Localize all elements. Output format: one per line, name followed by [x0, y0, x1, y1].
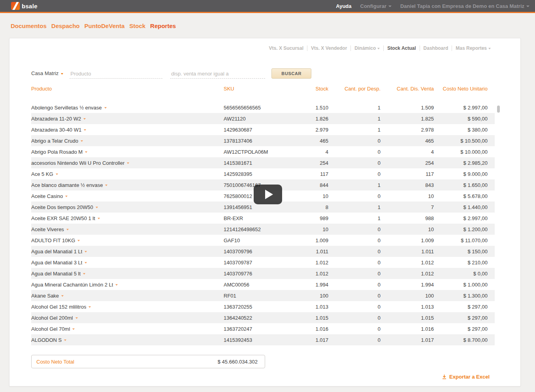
costo-neto-unitario-cell: $ 150,00 [434, 249, 488, 254]
product-cell: Akane Sake [31, 293, 224, 299]
cant-por-desp-cell: 1 [328, 116, 381, 122]
cant-por-desp-cell: 0 [328, 138, 381, 144]
costo-neto-unitario-cell: $ 11.070,00 [434, 237, 488, 243]
configure-menu[interactable]: Configurar [360, 3, 392, 9]
subnav-label: Vts. X Vendedor [311, 45, 347, 51]
product-name: Aceite Casino [31, 193, 63, 199]
cant-por-desp-cell: 0 [328, 315, 381, 321]
product-dropdown-caret-icon[interactable] [104, 107, 107, 109]
stock-cell: 1.510 [291, 105, 328, 111]
filter-bar: Casa Matriz BUSCAR [9, 51, 520, 79]
stock-cell: 10 [291, 226, 328, 232]
product-dropdown-caret-icon[interactable] [85, 251, 87, 253]
product-dropdown-caret-icon[interactable] [96, 207, 98, 208]
product-dropdown-caret-icon[interactable] [61, 295, 64, 297]
sku-cell: 1425928395 [224, 171, 291, 177]
product-dropdown-caret-icon[interactable] [115, 284, 118, 286]
product-cell: Aceite Dos tiempos 20W50 [31, 204, 224, 210]
product-dropdown-caret-icon[interactable] [85, 151, 87, 153]
product-dropdown-caret-icon[interactable] [66, 229, 69, 230]
sku-cell: 1403709776 [224, 271, 291, 277]
sku-cell: 1415381671 [224, 160, 291, 166]
costo-neto-unitario-cell: $ 2.997,00 [434, 215, 488, 221]
product-dropdown-caret-icon[interactable] [65, 196, 68, 197]
cant-dis-venta-cell: 1.509 [381, 105, 434, 111]
subnav-vts-x-vendedor[interactable]: Vts. X Vendedor [307, 45, 350, 51]
product-name: accesorios Nintendo Wii U Pro Controller [31, 160, 124, 166]
chevron-down-icon [488, 48, 491, 49]
product-dropdown-caret-icon[interactable] [56, 173, 58, 175]
branch-value: Casa Matriz [31, 70, 58, 76]
product-dropdown-caret-icon[interactable] [83, 118, 86, 120]
cant-dis-venta-cell: 1.009 [381, 237, 434, 243]
bsale-logo[interactable]: bsale [11, 2, 38, 10]
stock-cell: 1.017 [291, 337, 328, 343]
product-name: Abrazadera 11-20 W2 [31, 116, 81, 122]
sku-cell: AW21120 [224, 116, 291, 122]
cant-por-desp-cell: 1 [328, 215, 381, 221]
product-dropdown-caret-icon[interactable] [105, 185, 107, 186]
product-dropdown-caret-icon[interactable] [64, 339, 66, 341]
buscar-button[interactable]: BUSCAR [271, 68, 311, 79]
product-dropdown-caret-icon[interactable] [98, 218, 100, 219]
costo-neto-unitario-cell: $ 2.997,00 [434, 105, 488, 111]
video-play-button[interactable] [254, 185, 282, 204]
product-search-input[interactable] [70, 69, 162, 79]
nav-item-stock[interactable]: Stock [129, 23, 145, 29]
stock-cell: 1.994 [291, 282, 328, 288]
topbar: bsale Ayuda Configurar Daniel Tapia con … [0, 0, 535, 12]
product-name: Alcohol Gel 70ml [31, 326, 70, 332]
product-cell: Ace 5 KG [31, 171, 224, 177]
subnav-dinamico[interactable]: Dinámico [350, 45, 383, 51]
costo-neto-unitario-cell: $ 10.500,00 [434, 138, 488, 144]
subnav-vts-x-sucursal[interactable]: Vts. X Sucursal [266, 45, 307, 51]
costo-neto-unitario-cell: $ 1.200,00 [434, 226, 488, 232]
product-dropdown-caret-icon[interactable] [72, 328, 75, 330]
product-dropdown-caret-icon[interactable] [77, 240, 80, 241]
help-link[interactable]: Ayuda [336, 3, 351, 9]
product-dropdown-caret-icon[interactable] [84, 129, 86, 131]
cant-dis-venta-cell: 117 [381, 171, 434, 177]
nav-item-despacho[interactable]: Despacho [51, 23, 80, 29]
cant-dis-venta-cell: 988 [381, 215, 434, 221]
stock-cell: 1.015 [291, 315, 328, 321]
costo-neto-unitario-cell: $ 9.000,00 [434, 171, 488, 177]
product-name: Ace blanco diamante ½ envase [31, 182, 103, 188]
subnav-dashboard[interactable]: Dashboard [420, 45, 452, 51]
table-scrollbar-thumb[interactable] [497, 106, 500, 113]
user-menu[interactable]: Daniel Tapia con Empresa de Demo en Casa… [400, 3, 529, 9]
cant-dis-venta-cell: 1.016 [381, 326, 434, 332]
product-dropdown-caret-icon[interactable] [81, 140, 83, 142]
subnav-mas-reportes[interactable]: Mas Reportes [452, 45, 494, 51]
subnav-label: Stock Actual [387, 45, 416, 51]
cant-por-desp-cell: 1 [328, 105, 381, 111]
costo-neto-unitario-cell: $ 8.700,00 [434, 337, 488, 343]
nav-item-puntodeventa[interactable]: PuntoDeVenta [85, 23, 125, 29]
available-qty-input[interactable] [170, 69, 265, 79]
product-cell: Aceite EXR SAE 20W50 1 lt [31, 215, 224, 221]
product-dropdown-caret-icon[interactable] [83, 273, 85, 275]
chevron-down-icon [377, 48, 380, 49]
costo-neto-unitario-cell: $ 297,00 [434, 304, 488, 310]
product-cell: Alcohol Gel 70ml [31, 326, 224, 332]
table-row: Agua del Manatial 3 Lt14037097871.01201.… [31, 257, 495, 268]
subnav-label: Mas Reportes [456, 45, 487, 51]
product-dropdown-caret-icon[interactable] [89, 306, 91, 308]
bsale-logo-icon [11, 2, 20, 10]
branch-selector[interactable]: Casa Matriz [31, 70, 63, 79]
product-dropdown-caret-icon[interactable] [127, 162, 129, 164]
total-cost-box: Costo Neto Total $ 45.660.034.302 [31, 355, 265, 368]
product-cell: Abrigo Pola Rosado M [31, 149, 224, 155]
cant-por-desp-cell: 0 [328, 326, 381, 332]
cant-por-desp-cell: 0 [328, 249, 381, 254]
costo-neto-unitario-cell: $ 210,00 [434, 260, 488, 266]
product-cell: Alcohol Gel 200ml [31, 315, 224, 321]
export-excel-link[interactable]: Exportar a Excel [9, 368, 520, 382]
subnav-stock-actual[interactable]: Stock Actual [383, 45, 419, 51]
product-dropdown-caret-icon[interactable] [75, 317, 78, 319]
product-name: Abolengo Servilletas ½ envase [31, 105, 102, 111]
cant-por-desp-cell: 0 [328, 160, 381, 166]
product-dropdown-caret-icon[interactable] [85, 262, 87, 264]
nav-item-reportes[interactable]: Reportes [150, 23, 176, 29]
nav-item-documentos[interactable]: Documentos [11, 23, 47, 29]
